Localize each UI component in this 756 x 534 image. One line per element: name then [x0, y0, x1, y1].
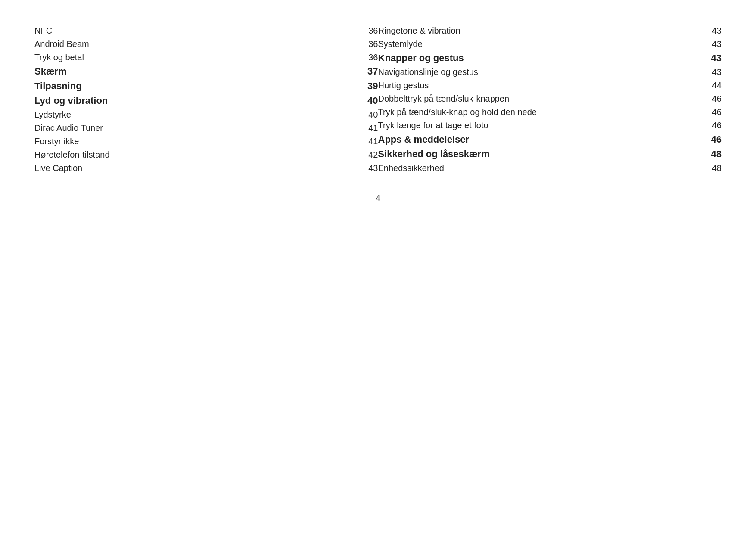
right-column: Ringetone & vibration43Systemlyde43Knapp… [378, 26, 722, 177]
toc-label: Ringetone & vibration [378, 26, 696, 36]
toc-label: Apps & meddelelser [378, 134, 696, 145]
right-toc-row: Apps & meddelelser46 [378, 134, 722, 145]
toc-page: 43 [696, 67, 722, 77]
toc-label: Lyd og vibration [34, 95, 352, 106]
toc-page: 46 [696, 121, 722, 130]
right-toc-row: Systemlyde43 [378, 39, 722, 49]
right-toc-row: Enhedssikkerhed48 [378, 163, 722, 173]
toc-page: 43 [352, 163, 378, 173]
left-toc-row: Høretelefon-tilstand42 [34, 150, 378, 160]
toc-page: 41 [352, 137, 378, 146]
right-toc-row: Hurtig gestus44 [378, 81, 722, 90]
page-container: NFC36Android Beam36Tryk og betal36Skærm3… [0, 0, 756, 534]
toc-page: 43 [696, 26, 722, 36]
toc-page: 43 [696, 53, 722, 64]
toc-label: Lydstyrke [34, 110, 352, 120]
left-toc-row: Tryk og betal36 [34, 53, 378, 62]
toc-label: Forstyr ikke [34, 137, 352, 146]
toc-page: 37 [352, 66, 378, 77]
right-toc-row: Tryk på tænd/sluk-knap og hold den nede4… [378, 107, 722, 117]
toc-label: Systemlyde [378, 39, 696, 49]
toc-page: 39 [352, 81, 378, 92]
toc-page: 48 [696, 149, 722, 160]
toc-page: 46 [696, 134, 722, 145]
toc-label: Tilpasning [34, 81, 352, 92]
left-toc-row: Tilpasning39 [34, 81, 378, 92]
toc-page: 40 [352, 95, 378, 106]
toc-page: 36 [352, 26, 378, 36]
toc-label: Android Beam [34, 39, 352, 49]
left-toc-row: Lydstyrke40 [34, 110, 378, 120]
toc-label: Dirac Audio Tuner [34, 123, 352, 133]
left-toc-row: Lyd og vibration40 [34, 95, 378, 106]
toc-page: 36 [352, 39, 378, 49]
toc-label: Navigationslinje og gestus [378, 67, 696, 77]
toc-label: Dobbelttryk på tænd/sluk-knappen [378, 94, 696, 104]
toc-label: Tryk på tænd/sluk-knap og hold den nede [378, 107, 696, 117]
right-toc-row: Tryk længe for at tage et foto46 [378, 121, 722, 130]
right-toc-row: Sikkerhed og låseskærm48 [378, 149, 722, 160]
toc-label: Skærm [34, 66, 352, 77]
toc-page: 46 [696, 107, 722, 117]
page-number: 4 [34, 194, 722, 203]
toc-page: 46 [696, 94, 722, 104]
toc-page: 40 [352, 110, 378, 120]
toc-label: Sikkerhed og låseskærm [378, 149, 696, 160]
toc-label: NFC [34, 26, 352, 36]
toc-table: NFC36Android Beam36Tryk og betal36Skærm3… [34, 26, 722, 177]
left-toc-row: Android Beam36 [34, 39, 378, 49]
toc-label: Tryk længe for at tage et foto [378, 121, 696, 130]
toc-page: 44 [696, 81, 722, 90]
toc-label: Høretelefon-tilstand [34, 150, 352, 160]
toc-page: 42 [352, 150, 378, 160]
toc-label: Enhedssikkerhed [378, 163, 696, 173]
left-toc-row: Dirac Audio Tuner41 [34, 123, 378, 133]
toc-label: Tryk og betal [34, 53, 352, 62]
left-toc-row: Forstyr ikke41 [34, 137, 378, 146]
toc-page: 41 [352, 123, 378, 133]
toc-page: 36 [352, 53, 378, 62]
right-toc-row: Ringetone & vibration43 [378, 26, 722, 36]
toc-label: Hurtig gestus [378, 81, 696, 90]
left-toc-row: NFC36 [34, 26, 378, 36]
toc-label: Knapper og gestus [378, 53, 696, 64]
left-toc-row: Live Caption43 [34, 163, 378, 173]
toc-label: Live Caption [34, 163, 352, 173]
left-toc-row: Skærm37 [34, 66, 378, 77]
right-toc-row: Dobbelttryk på tænd/sluk-knappen46 [378, 94, 722, 104]
toc-page: 48 [696, 163, 722, 173]
right-toc-row: Navigationslinje og gestus43 [378, 67, 722, 77]
right-toc-row: Knapper og gestus43 [378, 53, 722, 64]
left-column: NFC36Android Beam36Tryk og betal36Skærm3… [34, 26, 378, 177]
toc-page: 43 [696, 39, 722, 49]
